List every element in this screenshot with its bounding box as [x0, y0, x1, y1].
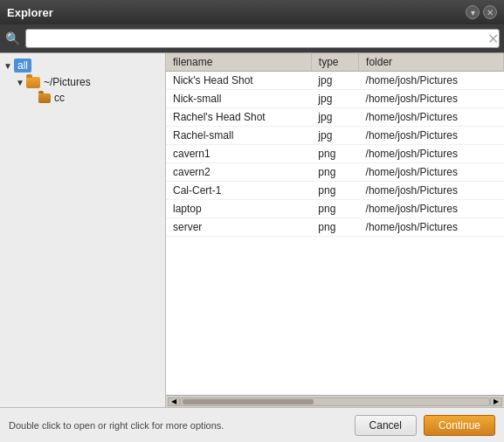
sidebar-label-all: all	[14, 59, 31, 73]
scrollbar-thumb	[183, 399, 314, 404]
cell-filename-2: Rachel's Head Shot	[166, 108, 311, 127]
cell-type-3: jpg	[311, 127, 358, 145]
tree-arrow-pictures: ▼	[16, 78, 24, 87]
table-row[interactable]: cavern2png/home/josh/Pictures	[166, 163, 504, 182]
file-list[interactable]: filename type folder Nick's Head Shotjpg…	[166, 53, 504, 395]
cell-filename-5: cavern2	[166, 163, 311, 182]
cell-type-6: png	[311, 182, 358, 200]
cell-folder-0: /home/josh/Pictures	[359, 72, 504, 90]
close-button[interactable]: ✕	[483, 5, 497, 19]
search-bar: 🔍 ✕	[0, 24, 504, 52]
cell-folder-8: /home/josh/Pictures	[359, 218, 504, 237]
tree-arrow-all: ▼	[3, 61, 12, 71]
title-bar: Explorer ▾ ✕	[0, 0, 504, 24]
sidebar: ▼ all ▼ ~/Pictures cc	[0, 53, 166, 407]
col-header-type[interactable]: type	[311, 53, 358, 72]
cell-folder-5: /home/josh/Pictures	[359, 163, 504, 182]
col-header-filename[interactable]: filename	[166, 53, 311, 72]
cell-type-4: png	[311, 145, 358, 163]
minimize-button[interactable]: ▾	[466, 5, 480, 19]
table-row[interactable]: Nick-smalljpg/home/josh/Pictures	[166, 90, 504, 108]
window-title: Explorer	[7, 6, 53, 19]
status-text: Double click to open or right click for …	[9, 420, 224, 431]
scroll-left-button[interactable]: ◀	[168, 397, 180, 406]
cell-filename-6: Cal-Cert-1	[166, 182, 311, 200]
continue-button[interactable]: Continue	[424, 415, 495, 436]
cancel-button[interactable]: Cancel	[355, 415, 417, 436]
cell-filename-4: cavern1	[166, 145, 311, 163]
sidebar-item-all[interactable]: ▼ all	[0, 57, 165, 74]
scroll-right-button[interactable]: ▶	[490, 397, 502, 406]
horizontal-scrollbar-area: ◀ ▶	[166, 395, 504, 407]
cell-filename-8: server	[166, 218, 311, 237]
table-row[interactable]: cavern1png/home/josh/Pictures	[166, 145, 504, 163]
status-bar: Double click to open or right click for …	[0, 407, 504, 442]
cell-type-1: jpg	[311, 90, 358, 108]
folder-icon-cc	[38, 93, 51, 103]
cell-folder-4: /home/josh/Pictures	[359, 145, 504, 163]
sidebar-label-cc: cc	[54, 92, 65, 104]
cell-filename-3: Rachel-small	[166, 127, 311, 145]
sidebar-item-pictures[interactable]: ▼ ~/Pictures	[12, 74, 165, 90]
button-group: Cancel Continue	[355, 415, 495, 436]
cell-type-5: png	[311, 163, 358, 182]
cell-filename-7: laptop	[166, 200, 311, 218]
folder-icon-pictures	[26, 77, 40, 88]
main-area: ▼ all ▼ ~/Pictures cc filename type fold…	[0, 52, 504, 407]
table-header-row: filename type folder	[166, 53, 504, 72]
file-table: filename type folder Nick's Head Shotjpg…	[166, 53, 504, 237]
cell-type-8: png	[311, 218, 358, 237]
table-row[interactable]: Cal-Cert-1png/home/josh/Pictures	[166, 182, 504, 200]
table-row[interactable]: Rachel's Head Shotjpg/home/josh/Pictures	[166, 108, 504, 127]
cell-folder-7: /home/josh/Pictures	[359, 200, 504, 218]
cell-type-7: png	[311, 200, 358, 218]
col-header-folder[interactable]: folder	[359, 53, 504, 72]
sidebar-label-pictures: ~/Pictures	[44, 76, 91, 88]
table-row[interactable]: Nick's Head Shotjpg/home/josh/Pictures	[166, 72, 504, 90]
cell-type-0: jpg	[311, 72, 358, 90]
cell-folder-2: /home/josh/Pictures	[359, 108, 504, 127]
cell-folder-1: /home/josh/Pictures	[359, 90, 504, 108]
search-input[interactable]	[25, 29, 500, 48]
table-row[interactable]: Rachel-smalljpg/home/josh/Pictures	[166, 127, 504, 145]
search-clear-icon[interactable]: ✕	[487, 31, 499, 47]
content-area: filename type folder Nick's Head Shotjpg…	[166, 53, 504, 407]
window-controls: ▾ ✕	[466, 5, 497, 19]
cell-filename-1: Nick-small	[166, 90, 311, 108]
cell-type-2: jpg	[311, 108, 358, 127]
cell-folder-6: /home/josh/Pictures	[359, 182, 504, 200]
horizontal-scrollbar[interactable]	[180, 397, 490, 406]
sidebar-item-cc[interactable]: cc	[24, 90, 165, 106]
cell-folder-3: /home/josh/Pictures	[359, 127, 504, 145]
table-row[interactable]: serverpng/home/josh/Pictures	[166, 218, 504, 237]
search-icon: 🔍	[5, 31, 20, 45]
table-row[interactable]: laptoppng/home/josh/Pictures	[166, 200, 504, 218]
cell-filename-0: Nick's Head Shot	[166, 72, 311, 90]
